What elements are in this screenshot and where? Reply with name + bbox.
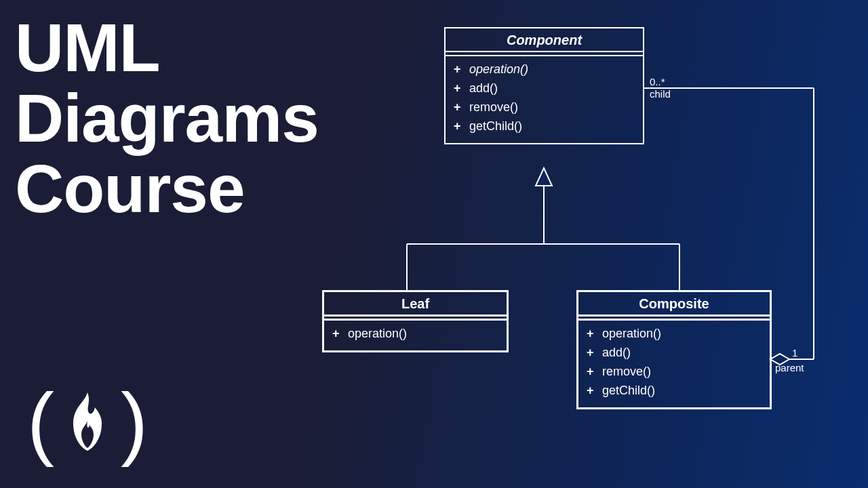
op-row: + add() xyxy=(454,79,635,98)
op-row: + remove() xyxy=(587,363,762,382)
edge-label-parent-mult: 1 xyxy=(792,347,797,359)
op-row: + operation() xyxy=(332,325,498,344)
class-name: Composite xyxy=(578,292,770,317)
class-operations: + operation() xyxy=(324,321,507,350)
paren-left-icon: ( xyxy=(27,381,54,462)
title-line-3: Course xyxy=(15,153,319,224)
flame-icon xyxy=(64,391,111,452)
uml-diagram: Component + operation() + add() + remove… xyxy=(373,20,854,468)
class-operations: + operation() + add() + remove() + getCh… xyxy=(578,321,770,407)
class-operations: + operation() + add() + remove() + getCh… xyxy=(446,56,643,143)
svg-marker-0 xyxy=(536,168,552,186)
op-row: + operation() xyxy=(454,60,635,79)
title-line-1: UML xyxy=(15,12,319,83)
op-row: + remove() xyxy=(454,98,635,117)
class-leaf: Leaf + operation() xyxy=(322,290,509,352)
class-component: Component + operation() + add() + remove… xyxy=(444,27,644,144)
paren-right-icon: ) xyxy=(121,381,148,462)
title-line-2: Diagrams xyxy=(15,83,319,153)
op-row: + getChild() xyxy=(587,382,762,401)
edge-label-child-role: child xyxy=(650,88,671,100)
class-composite: Composite + operation() + add() + remove… xyxy=(576,290,772,409)
course-title: UML Diagrams Course xyxy=(15,12,319,224)
edge-label-child-mult: 0..* xyxy=(650,76,665,88)
op-row: + getChild() xyxy=(454,117,635,136)
op-row: + operation() xyxy=(587,325,762,344)
freecodecamp-logo: ( ) xyxy=(27,381,148,462)
op-row: + add() xyxy=(587,344,762,363)
class-name: Component xyxy=(446,28,643,52)
edge-label-parent-role: parent xyxy=(775,362,804,374)
class-name: Leaf xyxy=(324,292,507,317)
